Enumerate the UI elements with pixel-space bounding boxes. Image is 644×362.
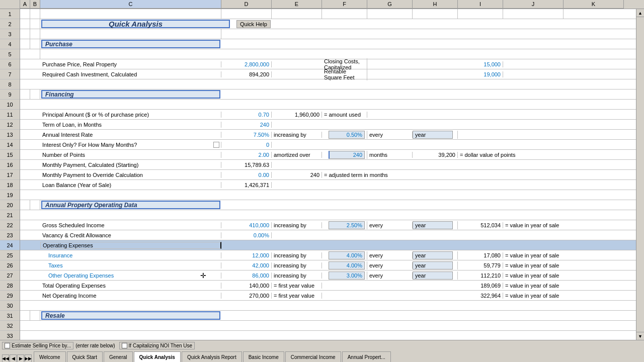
points-value[interactable]: 2.00 xyxy=(221,152,272,158)
row-15-data: Number of Points 2.00 amortized over 240… xyxy=(20,150,636,160)
row-7-data: Required Cash Investment, Calculated 894… xyxy=(20,69,636,79)
monthly-payment-override-value[interactable]: 0.00 xyxy=(221,172,272,178)
principal-pct-value[interactable]: 0.70 xyxy=(221,112,272,118)
interest-year[interactable]: year xyxy=(413,131,453,139)
gsi-rate[interactable]: 2.50% xyxy=(329,221,365,229)
row-33 xyxy=(20,331,636,340)
row-14: 14 xyxy=(0,140,20,150)
rentable-sq-ft-value[interactable]: 19,000 xyxy=(458,71,503,77)
row-16: 16 xyxy=(0,160,20,170)
tab-quick-start[interactable]: Quick Start xyxy=(67,351,103,362)
tab-quick-analysis-report[interactable]: Quick Analysis Report xyxy=(182,351,242,362)
vacancy-value[interactable]: 0.00% xyxy=(221,232,272,238)
annual-interest-rate-label: Annual Interest Rate xyxy=(40,132,221,138)
row-5: 5 xyxy=(0,49,20,59)
row-3: 3 xyxy=(0,29,20,39)
rentable-sq-ft-label: Rentable Square Feet xyxy=(322,68,367,80)
other-year-sale-label: = value in year of sale xyxy=(503,273,604,279)
row-9: 9 xyxy=(0,89,20,100)
noi-first-year-label: = first year value xyxy=(272,293,322,299)
tab-commercial-income[interactable]: Commercial Income xyxy=(285,351,341,362)
row-19 xyxy=(20,190,636,200)
row-27-data: Other Operating Expenses 86,000 increasi… xyxy=(20,270,636,281)
row-16-data: Monthly Payment, Calculated (Starting) 1… xyxy=(20,160,636,170)
row-11-data: Principal Amount ($ or % of purchase pri… xyxy=(20,110,636,120)
tab-nav-first[interactable]: ◀◀ xyxy=(2,354,9,362)
principal-amt-value: 1,960,000 xyxy=(272,112,322,118)
tab-annual-property[interactable]: Annual Propert... xyxy=(342,351,391,362)
row-25-data: Insurance 12,000 increasing by 4.00% eve… xyxy=(20,250,636,260)
gsi-year[interactable]: year xyxy=(413,221,453,229)
row-7: 7 xyxy=(0,69,20,79)
row-29-data: Net Operating Income 270,000 = first yea… xyxy=(20,291,636,301)
interest-only-value[interactable]: 0 xyxy=(221,142,272,148)
noi-label: Net Operating Income xyxy=(40,293,221,299)
scroll-down-button[interactable]: ▼ xyxy=(636,332,645,340)
col-header-k: K xyxy=(564,0,624,9)
row-11: 11 xyxy=(0,110,20,120)
taxes-every: every xyxy=(367,262,413,268)
tab-nav-prev[interactable]: ◀ xyxy=(10,354,17,362)
row-15: 15 xyxy=(0,150,20,160)
other-rate[interactable]: 3.00% xyxy=(329,272,365,280)
taxes-year[interactable]: year xyxy=(413,261,453,269)
estimate-checkbox[interactable] xyxy=(5,343,10,348)
dollar-value-points: 39,200 xyxy=(413,152,458,158)
row-23-data: Vacancy & Credit Allowance 0.00% xyxy=(20,230,636,240)
tab-general[interactable]: General xyxy=(104,351,133,362)
row-20: 20 xyxy=(0,200,20,210)
amount-used-label: = amount used xyxy=(322,112,367,118)
insurance-value[interactable]: 12,000 xyxy=(221,252,272,258)
term-value[interactable]: 240 xyxy=(221,122,272,128)
annual-interest-rate-value[interactable]: 7.50% xyxy=(221,132,272,138)
interest-increasing-by: increasing by xyxy=(272,132,322,138)
closing-costs-value[interactable]: 15,000 xyxy=(458,61,503,67)
row-20-data: Annual Property Operating Data xyxy=(20,200,636,210)
capitalizing-checkbox[interactable] xyxy=(122,343,127,348)
row-28: 28 xyxy=(0,281,20,291)
row-3-data xyxy=(20,29,636,39)
tab-nav-last[interactable]: ▶▶ xyxy=(25,354,32,362)
row-26: 26 xyxy=(0,260,20,270)
tab-quick-analysis[interactable]: Quick Analysis xyxy=(134,351,181,362)
purchase-price-value[interactable]: 2,800,000 xyxy=(221,61,272,67)
other-value[interactable]: 86,000 xyxy=(221,273,272,279)
taxes-rate[interactable]: 4.00% xyxy=(329,261,365,269)
interest-only-checkbox[interactable] xyxy=(213,142,219,148)
col-header-e: E xyxy=(272,0,322,9)
total-opex-first-year-label: = first year value xyxy=(272,283,322,289)
tab-nav-next[interactable]: ▶ xyxy=(17,354,24,362)
other-opex-label: Other Operating Expenses xyxy=(40,273,221,279)
row-13-data: Annual Interest Rate 7.50% increasing by… xyxy=(20,130,636,140)
taxes-label: Taxes xyxy=(40,262,221,268)
row-25: 25 xyxy=(0,250,20,260)
term-of-loan-label: Term of Loan, in Months xyxy=(40,122,221,128)
vertical-scrollbar[interactable]: ▲ ▼ xyxy=(636,9,644,340)
row-2: 2 xyxy=(0,19,20,29)
row-1-data xyxy=(20,9,636,19)
insurance-year[interactable]: year xyxy=(413,251,453,259)
quick-help-button[interactable]: Quick Help xyxy=(236,20,271,28)
row-31: 31 xyxy=(0,311,20,321)
col-header-d: D xyxy=(221,0,272,9)
points-months[interactable]: 240 xyxy=(329,151,365,159)
required-cash-label: Required Cash Investment, Calculated xyxy=(40,71,221,77)
total-opex-year-sale-label: = value in year of sale xyxy=(503,283,604,289)
row-8: 8 xyxy=(0,79,20,89)
scroll-up-button[interactable]: ▲ xyxy=(636,9,645,17)
tab-bar: ◀◀ ◀ ▶ ▶▶ Welcome Quick Start General Qu… xyxy=(0,350,644,362)
insurance-rate[interactable]: 4.00% xyxy=(329,251,365,259)
gsi-year-sale-label: = value in year of sale xyxy=(503,222,604,228)
taxes-value[interactable]: 42,000 xyxy=(221,262,272,268)
row-24: 24 xyxy=(0,240,20,250)
row-32 xyxy=(20,321,636,331)
row-2-data: Quick Analysis Quick Help xyxy=(20,19,636,29)
row-8 xyxy=(20,79,636,89)
other-year[interactable]: year xyxy=(413,272,453,280)
monthly-payment-override-label: Monthly Payment to Override Calculation xyxy=(40,172,221,178)
tab-welcome[interactable]: Welcome xyxy=(34,351,66,362)
page-title: Quick Analysis xyxy=(109,20,163,28)
gsi-value[interactable]: 410,000 xyxy=(221,222,272,228)
tab-basic-income[interactable]: Basic Income xyxy=(243,351,284,362)
interest-rate-increment[interactable]: 0.50% xyxy=(329,131,365,139)
